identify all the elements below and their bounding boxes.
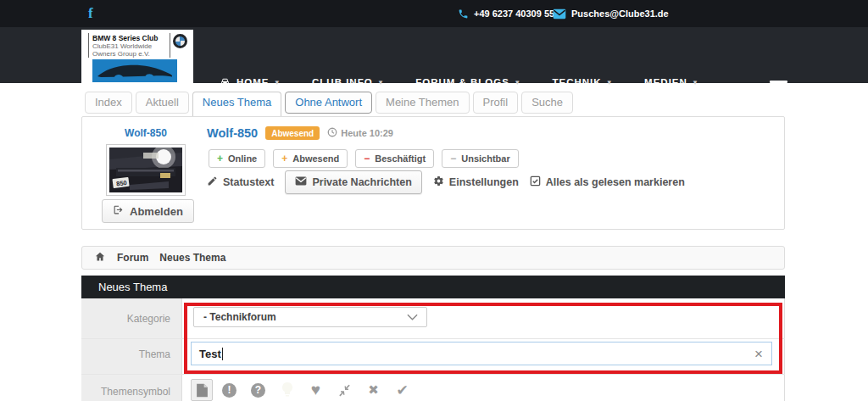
symbol-check-icon[interactable]: ✔ [394, 382, 410, 399]
phone-icon [458, 8, 469, 19]
themensymbol-label: Themensymbol [81, 386, 170, 398]
mark-all-read-link[interactable]: Alles als gelesen markieren [530, 175, 685, 189]
kategorie-label: Kategorie [81, 313, 170, 325]
symbol-heart-icon[interactable]: ♥ [308, 381, 324, 399]
minus-icon: − [364, 153, 370, 164]
tab-profil[interactable]: Profil [473, 92, 519, 114]
thema-input[interactable]: Test × [191, 342, 772, 365]
file-icon [196, 383, 209, 398]
gear-icon [433, 175, 444, 189]
email-address: Pusches@Clube31.de [571, 8, 669, 19]
chevron-down-icon: ▾ [379, 78, 384, 86]
bmw-roundel-icon [173, 34, 187, 48]
symbol-exclamation-icon[interactable]: ! [221, 383, 237, 398]
new-thread-form: Kategorie Thema Themensymbol - Technikfo… [81, 298, 785, 401]
phone-number: +49 6237 40309 55 [474, 8, 554, 19]
form-title-bar: Neues Thema [81, 276, 785, 298]
text-cursor [222, 348, 223, 360]
chevron-down-icon: ▾ [608, 78, 613, 86]
sign-out-icon [113, 204, 124, 218]
svg-text:850: 850 [116, 179, 128, 187]
status-online-button[interactable]: + Online [209, 149, 265, 168]
car-icon [219, 76, 231, 89]
plus-icon: + [281, 153, 287, 164]
row-divider [81, 374, 785, 375]
email-contact[interactable]: Pusches@Clube31.de [553, 0, 669, 27]
symbol-question-icon[interactable]: ? [250, 383, 266, 398]
status-beschaeftigt-button[interactable]: − Beschäftigt [355, 149, 434, 168]
username-title[interactable]: Wolf-850 [207, 126, 258, 140]
nav-item-forum-blogs[interactable]: FORUM & BLOGS▾ [415, 77, 520, 87]
chevron-down-icon: ▾ [693, 78, 698, 86]
thema-input-value: Test [192, 348, 221, 360]
envelope-icon [295, 176, 307, 188]
user-panel: Wolf-850 850 Abmelden [81, 116, 785, 230]
nav-item-home[interactable]: HOME▾ [219, 76, 280, 89]
symbol-none-selected[interactable] [191, 379, 213, 401]
tab-suche[interactable]: Suche [521, 92, 573, 114]
settings-link[interactable]: Einstellungen [433, 175, 519, 189]
thread-symbol-options: ! ? ♥ ✖ ✔ [221, 379, 410, 401]
logo-title: BMW 8 Series Club [92, 34, 166, 42]
forum-tabs: Index Aktuell Neues Thema Ohne Antwort M… [85, 92, 573, 118]
last-seen: Heute 10:29 [327, 127, 393, 139]
tab-meine-themen[interactable]: Meine Themen [376, 92, 469, 114]
tab-neues-thema[interactable]: Neues Thema [192, 92, 281, 118]
plus-icon: + [217, 153, 223, 164]
symbol-compress-icon[interactable] [337, 384, 353, 397]
status-abwesend-button[interactable]: + Abwesend [273, 149, 348, 168]
breadcrumb-neues-thema: Neues Thema [159, 252, 225, 264]
chevron-down-icon: ▾ [515, 78, 520, 86]
row-divider [81, 338, 785, 339]
phone-contact[interactable]: +49 6237 40309 55 [458, 0, 554, 27]
chevron-down-icon: ▾ [275, 78, 281, 86]
clock-icon [327, 127, 337, 139]
nav-item-club-info[interactable]: CLUB INFO▾ [312, 77, 383, 87]
thema-label: Thema [81, 348, 170, 360]
logo-subtitle2: Owners Group e.V. [92, 50, 166, 58]
breadcrumb: Forum Neues Thema [81, 246, 785, 270]
symbol-x-icon[interactable]: ✖ [365, 382, 381, 398]
tab-ohne-antwort[interactable]: Ohne Antwort [285, 92, 372, 114]
home-icon[interactable] [94, 250, 106, 265]
avatar[interactable]: 850 [106, 144, 186, 196]
user-heading: Wolf-850 Abwesend Heute 10:29 [207, 126, 393, 140]
clear-input-icon[interactable]: × [754, 347, 763, 361]
kategorie-select[interactable]: - Technikforum [193, 307, 427, 327]
logout-button[interactable]: Abmelden [102, 199, 194, 223]
facebook-icon[interactable]: f [88, 5, 93, 22]
car-silhouette-image [92, 59, 177, 82]
username-link[interactable]: Wolf-850 [106, 127, 186, 139]
nav-item-technik[interactable]: TECHNIK▾ [552, 77, 612, 87]
minus-icon: − [450, 153, 456, 164]
status-buttons: + Online + Abwesend − Beschäftigt − Unsi… [209, 149, 519, 168]
status-unsichtbar-button[interactable]: − Unsichtbar [442, 149, 518, 168]
topbar: f +49 6237 40309 55 Pusches@Clube31.de [0, 0, 868, 27]
club-logo[interactable]: BMW 8 Series Club ClubE31 Worldwide Owne… [81, 30, 193, 87]
symbol-lightbulb-icon[interactable] [279, 382, 295, 398]
pencil-icon [207, 175, 218, 189]
tab-aktuell[interactable]: Aktuell [136, 92, 189, 114]
check-square-icon [530, 175, 541, 189]
kategorie-selected-value: - Technikforum [194, 311, 407, 323]
logo-divider [170, 33, 170, 58]
statustext-link[interactable]: Statustext [207, 175, 274, 189]
tab-index[interactable]: Index [85, 92, 132, 114]
hamburger-menu-icon[interactable] [770, 81, 787, 92]
user-actions: Statustext Private Nachrichten Einstellu… [207, 170, 685, 194]
page: f +49 6237 40309 55 Pusches@Clube31.de H… [0, 0, 868, 401]
logo-subtitle: ClubE31 Worldwide [92, 42, 166, 50]
chevron-down-icon [407, 314, 418, 320]
breadcrumb-forum[interactable]: Forum [117, 252, 148, 264]
nav-item-medien[interactable]: MEDIEN▾ [644, 77, 698, 87]
status-badge: Abwesend [265, 126, 320, 140]
envelope-icon [553, 8, 566, 19]
private-messages-button[interactable]: Private Nachrichten [285, 170, 421, 194]
